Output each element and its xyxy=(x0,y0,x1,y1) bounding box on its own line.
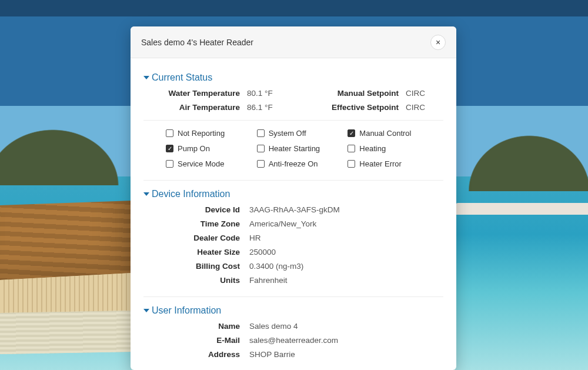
user-address-value: SHOP Barrie xyxy=(249,350,443,359)
user-info-grid: Name Sales demo 4 E-Mail sales@heaterrea… xyxy=(143,322,443,359)
billing-cost-label: Billing Cost xyxy=(143,262,240,271)
checkbox-icon xyxy=(348,160,355,168)
checkbox-label: Heater Starting xyxy=(269,144,320,153)
close-button[interactable]: × xyxy=(430,35,446,50)
checkbox-label: Service Mode xyxy=(178,159,224,168)
checkbox-icon xyxy=(257,129,265,137)
effective-setpoint-value: CIRC xyxy=(406,103,443,112)
section-title-current-status: Current Status xyxy=(152,72,212,83)
checkbox-icon xyxy=(166,160,173,168)
checkbox-label: Heater Error xyxy=(359,159,402,168)
checkbox-icon xyxy=(257,160,265,168)
checkbox-system-off[interactable]: System Off xyxy=(257,129,339,138)
checkbox-label: Anti-freeze On xyxy=(269,159,318,168)
modal-header: Sales demo 4's Heater Reader × xyxy=(131,26,456,58)
air-temp-label: Air Temperature xyxy=(143,103,240,112)
caret-down-icon xyxy=(143,309,149,312)
background-ledge xyxy=(456,203,588,215)
status-summary-grid: Water Temperature 80.1 °F Manual Setpoin… xyxy=(143,89,443,112)
checkbox-pump-on[interactable]: Pump On xyxy=(166,144,248,153)
dealer-code-value: HR xyxy=(249,234,443,242)
units-label: Units xyxy=(143,276,240,285)
caret-down-icon xyxy=(143,192,149,196)
checkbox-anti-freeze-on[interactable]: Anti-freeze On xyxy=(257,159,339,168)
checkbox-label: Pump On xyxy=(178,144,210,153)
checkbox-manual-control[interactable]: Manual Control xyxy=(348,129,429,138)
section-toggle-current-status[interactable]: Current Status xyxy=(143,72,443,83)
checkbox-heater-starting[interactable]: Heater Starting xyxy=(257,144,339,153)
user-email-label: E-Mail xyxy=(143,336,240,345)
checkbox-heater-error[interactable]: Heater Error xyxy=(348,159,429,168)
manual-setpoint-label: Manual Setpoint xyxy=(305,89,399,98)
checkbox-not-reporting[interactable]: Not Reporting xyxy=(166,129,248,138)
water-temp-value: 80.1 °F xyxy=(247,89,298,98)
time-zone-value: America/New_York xyxy=(249,219,443,228)
device-info-grid: Device Id 3AAG-RhAA-3AFS-gkDM Time Zone … xyxy=(143,205,443,285)
device-id-label: Device Id xyxy=(143,205,240,214)
device-id-value: 3AAG-RhAA-3AFS-gkDM xyxy=(249,205,443,214)
heater-size-value: 250000 xyxy=(249,248,443,256)
dealer-code-label: Dealer Code xyxy=(143,234,240,242)
background-hill-left xyxy=(0,121,129,185)
section-title-device-info: Device Information xyxy=(152,189,230,199)
user-address-label: Address xyxy=(143,350,240,359)
checkbox-label: Heating xyxy=(359,144,386,153)
checkbox-icon xyxy=(166,145,173,152)
water-temp-label: Water Temperature xyxy=(143,89,240,98)
checkbox-icon xyxy=(348,129,355,137)
divider xyxy=(143,296,443,297)
checkbox-icon xyxy=(348,145,355,152)
user-name-value: Sales demo 4 xyxy=(249,322,443,331)
manual-setpoint-value: CIRC xyxy=(406,89,443,98)
modal-body: Current Status Water Temperature 80.1 °F… xyxy=(131,58,456,370)
background-hill-right xyxy=(459,126,588,191)
checkbox-label: System Off xyxy=(269,129,306,138)
heater-reader-modal: Sales demo 4's Heater Reader × Current S… xyxy=(131,26,456,370)
checkbox-icon xyxy=(257,145,265,152)
caret-down-icon xyxy=(143,76,149,79)
divider xyxy=(143,120,443,121)
checkbox-service-mode[interactable]: Service Mode xyxy=(166,159,248,168)
status-flags-grid: Not Reporting System Off Manual Control … xyxy=(143,129,443,179)
background-coping xyxy=(0,311,132,354)
section-toggle-user-info[interactable]: User Information xyxy=(143,305,443,316)
checkbox-label: Not Reporting xyxy=(178,129,225,138)
heater-size-label: Heater Size xyxy=(143,248,240,256)
checkbox-label: Manual Control xyxy=(359,129,411,138)
close-icon: × xyxy=(436,38,440,46)
air-temp-value: 86.1 °F xyxy=(247,103,298,112)
section-toggle-device-info[interactable]: Device Information xyxy=(143,189,443,199)
effective-setpoint-label: Effective Setpoint xyxy=(305,103,399,112)
checkbox-icon xyxy=(166,129,173,137)
time-zone-label: Time Zone xyxy=(143,219,240,228)
checkbox-heating[interactable]: Heating xyxy=(348,144,429,153)
divider xyxy=(143,180,443,181)
units-value: Fahrenheit xyxy=(249,276,443,285)
modal-title: Sales demo 4's Heater Reader xyxy=(141,38,253,47)
section-title-user-info: User Information xyxy=(152,305,221,316)
user-name-label: Name xyxy=(143,322,240,331)
billing-cost-value: 0.3400 (ng-m3) xyxy=(249,262,443,271)
user-email-value: sales@heaterreader.com xyxy=(249,336,443,345)
